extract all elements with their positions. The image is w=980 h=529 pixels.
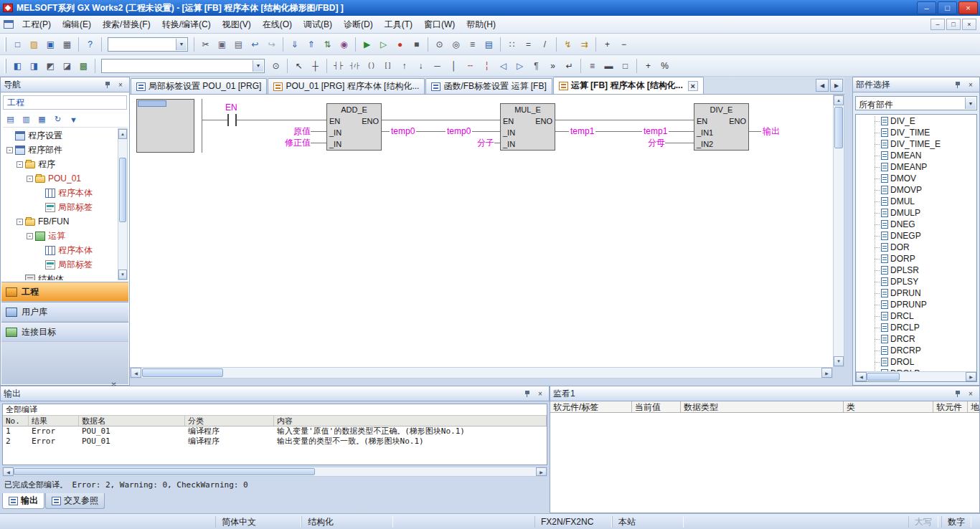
output-horizontal-scrollbar[interactable]: ◀ ▶	[2, 467, 547, 477]
menu-item-9[interactable]: 窗口(W)	[418, 16, 461, 33]
watch-window-button[interactable]: ◪	[59, 57, 75, 75]
fbd-variable-label[interactable]: 分子	[461, 138, 494, 148]
scrollbar-thumb[interactable]	[119, 158, 126, 222]
output-error-row[interactable]: 1ErrorPOU_01编译程序输入变量'原值'的数据类型不正确。(梯形图块No…	[3, 426, 547, 437]
scroll-up-icon[interactable]: ▲	[118, 129, 127, 139]
tree-item-程序本体[interactable]: 程序本体	[2, 243, 118, 257]
fbd-variable-label[interactable]: temp0	[446, 126, 472, 136]
fbd-variable-label[interactable]: 修正值	[269, 138, 311, 148]
editor-horizontal-scrollbar[interactable]: ◀ ▶	[130, 367, 833, 378]
editor-tab-1[interactable]: POU_01 [PRG] 程序本体 [结构化...	[268, 78, 425, 94]
note-display-button[interactable]: /	[537, 36, 553, 53]
scroll-left-icon[interactable]: ◀	[3, 467, 14, 476]
view-button-conn[interactable]: 连接目标	[1, 322, 128, 342]
read-from-plc-button[interactable]: ⇑	[303, 36, 319, 53]
ladder-block-list-button[interactable]: ≡	[584, 57, 600, 75]
help-button[interactable]: ?	[82, 36, 98, 53]
pin-icon[interactable]	[952, 80, 963, 90]
close-contact-button[interactable]: ┤/├	[347, 57, 363, 75]
fbd-canvas[interactable]: EN 原值修正值temp0temp0分子temp1temp1分母输出 ADD_E…	[130, 95, 833, 367]
copy-button[interactable]: ▣	[214, 36, 230, 53]
tree-item-程序本体[interactable]: 程序本体	[2, 186, 118, 200]
fbd-block-add-e[interactable]: ADD_E ENENO _IN _IN	[326, 103, 382, 151]
tree-item-结构体[interactable]: 结构体	[2, 272, 118, 280]
bottom-tab-0[interactable]: 输出	[2, 493, 44, 509]
input-label-button[interactable]: ◁	[495, 57, 512, 75]
undo-button[interactable]: ↩	[247, 36, 263, 53]
tab-close-icon[interactable]: ×	[688, 81, 698, 91]
tree-expander-icon[interactable]: -	[17, 219, 23, 225]
docking-window-layout-button[interactable]: ▩	[75, 57, 92, 75]
tree-item-程序设置[interactable]: 程序设置	[2, 128, 118, 143]
find-next-button[interactable]: ⊙	[268, 57, 284, 75]
view-button-lib[interactable]: 用户库	[1, 302, 128, 322]
fbd-variable-label[interactable]: temp1	[642, 126, 669, 136]
tree-item-FB/FUN[interactable]: -FB/FUN	[2, 214, 118, 229]
chevron-down-icon[interactable]: ▼	[176, 39, 187, 50]
contact-label[interactable]: EN	[225, 103, 237, 113]
redo-button[interactable]: ↪	[263, 36, 280, 53]
fbd-block-mul-e[interactable]: MUL_E ENENO _IN _IN	[500, 103, 555, 151]
zoom-in-button[interactable]: +	[599, 36, 616, 53]
close-icon[interactable]: ×	[534, 389, 546, 399]
find-string-combo[interactable]: ▼	[101, 59, 265, 73]
open-project-button[interactable]: ▨	[26, 36, 42, 53]
menu-item-7[interactable]: 诊断(D)	[338, 16, 379, 33]
tree-item-局部标签[interactable]: 局部标签	[2, 257, 118, 272]
editor-vertical-scrollbar[interactable]: ▲ ▼	[833, 95, 844, 367]
zoom-button[interactable]: +	[640, 57, 656, 75]
menu-item-3[interactable]: 转换/编译(C)	[156, 16, 217, 33]
parts-filter-dropdown[interactable]: 所有部件 ▼	[855, 96, 977, 110]
scrollbar-thumb[interactable]	[834, 107, 843, 148]
return-button[interactable]: ↵	[561, 57, 578, 75]
verify-with-plc-button[interactable]: ⇅	[319, 36, 336, 53]
application-instruction-button[interactable]: [ ]	[380, 57, 396, 75]
convert-button[interactable]: ↯	[560, 36, 576, 53]
monitor-write-mode-button[interactable]: ▷	[375, 36, 392, 53]
vertical-line-button[interactable]: │	[446, 57, 462, 75]
device-batch-replace-button[interactable]: ⊙	[431, 36, 448, 53]
tree-expander-icon[interactable]: -	[6, 147, 13, 153]
menu-item-8[interactable]: 工具(T)	[379, 16, 418, 33]
start-monitor-button[interactable]: ●	[392, 36, 408, 53]
device-list-button[interactable]: ▤	[481, 36, 497, 53]
menu-item-6[interactable]: 调试(B)	[298, 16, 338, 33]
tree-item-程序部件[interactable]: -程序部件	[2, 143, 118, 157]
monitor-mode-button[interactable]: ▶	[359, 36, 375, 53]
output-error-row[interactable]: 2ErrorPOU_01编译程序输出变量的类型不一致。(梯形图块No.1)	[3, 437, 547, 447]
scroll-right-icon[interactable]: ▶	[821, 368, 832, 378]
menu-item-10[interactable]: 帮助(H)	[461, 16, 501, 33]
cut-button[interactable]: ✂	[197, 36, 214, 53]
bottom-tab-1[interactable]: 交叉参照	[45, 493, 105, 509]
output-label-button[interactable]: ▷	[512, 57, 528, 75]
ladder-block-header[interactable]	[136, 99, 194, 153]
menu-item-4[interactable]: 视图(V)	[217, 16, 257, 33]
child-close-button[interactable]: ×	[962, 19, 976, 30]
toolbar-grip[interactable]	[4, 37, 6, 52]
zoom-ratio-button[interactable]: %	[656, 57, 673, 75]
tree-expander-icon[interactable]: -	[17, 161, 23, 168]
menu-item-0[interactable]: 工程(P)	[17, 16, 57, 33]
tree-expander-icon[interactable]: -	[27, 233, 33, 239]
delete-horizontal-line-button[interactable]: ╌	[462, 57, 479, 75]
scroll-right-icon[interactable]: ▶	[536, 467, 547, 476]
contact-bar[interactable]	[227, 114, 229, 126]
child-restore-button[interactable]: □	[946, 19, 961, 30]
close-button[interactable]: ×	[958, 1, 978, 14]
maximize-button[interactable]: □	[938, 1, 957, 14]
fbd-variable-label[interactable]: temp0	[390, 126, 416, 136]
view-button-project[interactable]: 工程	[1, 282, 128, 302]
scrollbar-thumb[interactable]	[867, 373, 900, 381]
save-project-button[interactable]: ▣	[42, 36, 59, 53]
output-window-button[interactable]: ◩	[42, 57, 59, 75]
tree-expander-icon[interactable]: -	[27, 176, 33, 182]
rising-pulse-button[interactable]: ↑	[396, 57, 413, 75]
tab-scroll-left-icon[interactable]: ◀	[816, 79, 829, 92]
new-project-button[interactable]: □	[9, 36, 26, 53]
fbd-variable-label[interactable]: temp1	[569, 126, 595, 136]
delete-vertical-line-button[interactable]: ╎	[479, 57, 495, 75]
scroll-down-icon[interactable]: ▼	[834, 356, 844, 366]
remote-operation-button[interactable]: ◉	[336, 36, 352, 53]
toolbar-grip[interactable]	[4, 59, 6, 73]
tree-item-局部标签[interactable]: 局部标签	[2, 200, 118, 214]
